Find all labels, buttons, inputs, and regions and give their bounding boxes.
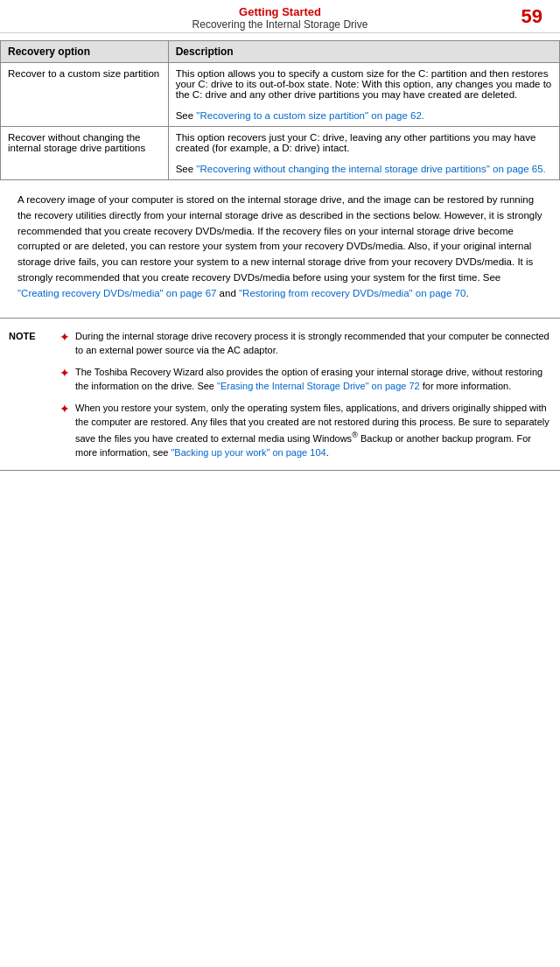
note-section: NOTE ✦ During the internal storage drive… xyxy=(0,318,560,472)
recovery-options-table: Recovery option Description Recover to a… xyxy=(0,40,560,180)
recovery-desc-2-link[interactable]: "Recovering without changing the interna… xyxy=(196,164,545,174)
note-bullet-1: ✦ xyxy=(60,329,70,345)
note-item-2: ✦ The Toshiba Recovery Wizard also provi… xyxy=(60,365,551,394)
recovery-description-2: This option recovers just your C: drive,… xyxy=(168,127,559,180)
body-paragraph: A recovery image of your computer is sto… xyxy=(0,193,560,314)
note-text-2: The Toshiba Recovery Wizard also provide… xyxy=(75,365,551,394)
recovery-desc-1-link[interactable]: "Recovering to a custom size partition" … xyxy=(196,110,424,121)
note-item-1: ✦ During the internal storage drive reco… xyxy=(60,329,551,358)
note-link-2[interactable]: "Erasing the Internal Storage Drive" on … xyxy=(217,381,420,391)
page-number: 59 xyxy=(522,5,542,28)
table-header-description: Description xyxy=(168,41,559,63)
header-title: Getting Started xyxy=(0,5,560,18)
note-text-3: When you restore your system, only the o… xyxy=(75,401,551,460)
note-label: NOTE xyxy=(9,329,60,460)
recovery-desc-2-main: This option recovers just your C: drive,… xyxy=(176,132,536,153)
body-link-1[interactable]: "Creating recovery DVDs/media" on page 6… xyxy=(18,288,216,298)
recovery-option-1: Recover to a custom size partition xyxy=(1,63,169,127)
note-content: ✦ During the internal storage drive reco… xyxy=(60,329,551,460)
table-row: Recover without changing the internal st… xyxy=(1,127,560,180)
note-bullet-3: ✦ xyxy=(60,401,70,417)
recovery-desc-1-main: This option allows you to specify a cust… xyxy=(176,68,552,100)
note-bullet-2: ✦ xyxy=(60,365,70,381)
recovery-description-1: This option allows you to specify a cust… xyxy=(168,63,559,127)
note-text-1: During the internal storage drive recove… xyxy=(75,329,551,358)
body-link-2[interactable]: "Restoring from recovery DVDs/media" on … xyxy=(239,288,466,298)
table-header-option: Recovery option xyxy=(1,41,169,63)
note-link-3[interactable]: "Backing up your work" on page 104 xyxy=(171,447,326,458)
recovery-desc-1-link-prefix: See xyxy=(176,110,197,121)
header-subtitle: Recovering the Internal Storage Drive xyxy=(0,18,560,31)
recovery-desc-2-link-prefix: See xyxy=(176,164,197,174)
page-header: Getting Started Recovering the Internal … xyxy=(0,0,560,33)
note-item-3: ✦ When you restore your system, only the… xyxy=(60,401,551,460)
table-row: Recover to a custom size partition This … xyxy=(1,63,560,127)
recovery-option-2: Recover without changing the internal st… xyxy=(1,127,169,180)
